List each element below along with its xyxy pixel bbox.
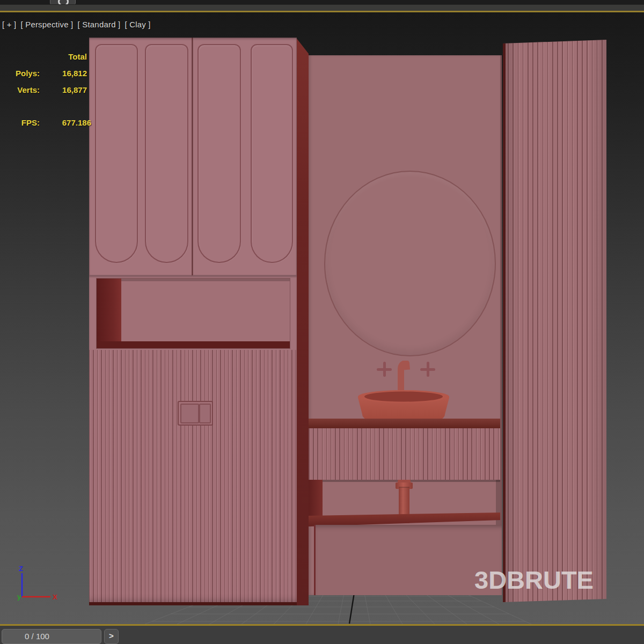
viewport-menu-shading[interactable]: [ Clay ] — [125, 20, 150, 29]
door-panel — [251, 44, 293, 263]
frame-indicator: 0 / 100 — [2, 632, 72, 641]
door-gap — [192, 38, 193, 275]
door-panel — [197, 44, 241, 263]
toolbar-lower-strip — [0, 4, 644, 11]
left-upper-cabinet[interactable] — [89, 38, 297, 275]
door-panel — [145, 44, 188, 263]
axis-y-label: y — [17, 592, 21, 601]
watermark-logo: 3DBRUTE — [474, 565, 594, 595]
shelf-bottom-edge — [97, 341, 290, 348]
flush-plate-left — [180, 404, 199, 423]
viewport-menu-render-preset[interactable]: [ Standard ] — [77, 20, 120, 29]
stat-fps-label: FPS: — [0, 118, 40, 127]
viewport-menu-pov[interactable]: [ Perspective ] — [20, 20, 73, 29]
vanity-base-panel[interactable] — [314, 525, 502, 595]
viewport-label: [ + ][ Perspective ][ Standard ][ Clay ] — [2, 20, 155, 29]
flush-plate — [178, 401, 213, 426]
door-panel — [95, 44, 138, 263]
left-fluted-cabinet[interactable] — [89, 350, 297, 605]
perspective-viewport[interactable]: 3DBRUTE [ + ][ Perspective ][ Standard ]… — [0, 12, 644, 624]
shelf-inner-wall — [97, 279, 121, 348]
stat-verts-label: Verts: — [0, 85, 40, 94]
viewport-menu-general[interactable]: [ + ] — [2, 20, 16, 29]
stat-spacer — [0, 52, 40, 61]
faucet-handle-left[interactable] — [377, 362, 392, 377]
faucet-handle-right[interactable] — [420, 362, 435, 377]
3dsmax-window: 3DBRUTE [ + ][ Perspective ][ Standard ]… — [0, 0, 644, 644]
vanity-countertop[interactable] — [309, 419, 500, 428]
stat-polys-value: 16,812 — [40, 69, 87, 78]
time-slider-thumb[interactable]: 0 / 100 — [2, 629, 101, 644]
stat-total-header: Total — [40, 52, 98, 61]
round-mirror[interactable] — [324, 171, 496, 356]
shelf-inner-shadow — [121, 279, 290, 281]
stat-polys-label: Polys: — [0, 69, 40, 78]
timeline-bar: 0 / 100 > — [0, 624, 644, 644]
shelf-opening — [97, 279, 290, 348]
stat-fps-value: 677.186 — [40, 118, 91, 127]
axis-z-label: Z — [19, 565, 23, 573]
top-toolbar-strip — [0, 0, 644, 12]
world-axis-gizmo: Z X y — [8, 558, 57, 608]
vanity-fluted-drawer[interactable] — [309, 428, 500, 481]
axis-x-label: X — [53, 593, 57, 601]
right-cabinet-shading — [503, 40, 606, 602]
flush-plate-right — [199, 404, 211, 423]
right-fluted-cabinet[interactable] — [503, 40, 606, 602]
left-cabinet-side-face — [297, 39, 309, 605]
stat-verts-value: 16,877 — [40, 85, 87, 94]
left-open-shelf[interactable] — [89, 275, 297, 352]
next-frame-button[interactable]: > — [104, 629, 119, 644]
